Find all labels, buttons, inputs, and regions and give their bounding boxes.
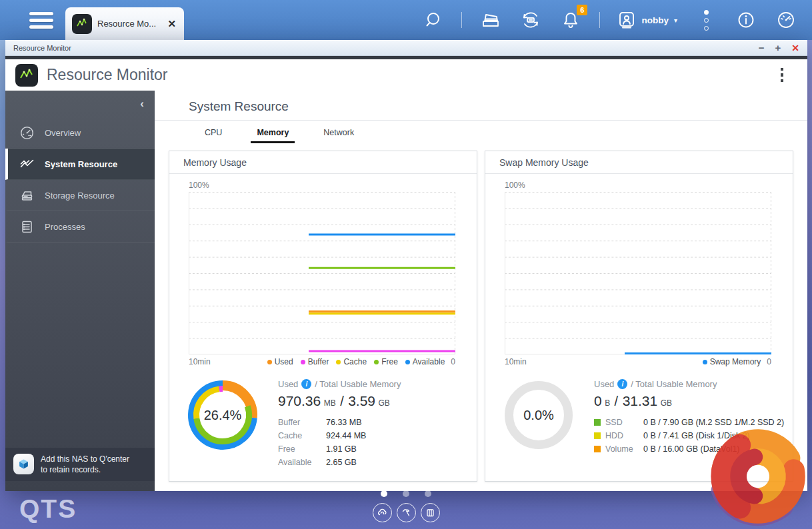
x-axis-left-label: 10min <box>189 357 211 366</box>
notification-count-badge: 6 <box>577 5 587 15</box>
guide-shortcut[interactable] <box>421 503 440 522</box>
desktop: Resource Mo... ✕ 6 nobby ▾ <box>0 0 812 529</box>
legend-item-cache[interactable]: Cache <box>336 357 367 366</box>
memory-history-chart <box>189 192 455 354</box>
tab-close-icon[interactable]: ✕ <box>166 17 177 31</box>
memory-usage-value: 970.36 MB / 3.59 GB <box>278 393 461 409</box>
x-axis-right-label: 0 <box>451 357 455 366</box>
taskbar: Resource Mo... ✕ 6 nobby ▾ <box>0 0 812 40</box>
user-avatar-icon <box>617 11 636 29</box>
desktop-page-dot-2[interactable] <box>403 490 409 497</box>
sidebar-collapse-button[interactable]: ‹ <box>5 91 155 117</box>
minimize-button[interactable]: − <box>759 43 765 53</box>
x-axis-left-label: 10min <box>505 357 527 366</box>
process-list-icon <box>19 219 35 235</box>
taskbar-tab-resource-monitor[interactable]: Resource Mo... ✕ <box>65 7 184 40</box>
memory-usage-card: Memory Usage 100% 10min Used <box>169 151 477 482</box>
user-menu[interactable]: nobby ▾ <box>617 11 677 29</box>
main-content: System Resource CPU Memory Network Memor… <box>155 91 807 491</box>
window-titlebar[interactable]: Resource Monitor − + ✕ <box>5 40 807 56</box>
swap-usage-donut: 0.0% <box>501 378 576 452</box>
x-axis-right-label: 0 <box>767 357 771 366</box>
y-axis-top-label: 100% <box>505 181 771 190</box>
gauge-icon <box>19 125 35 141</box>
resource-monitor-app-icon <box>15 64 38 87</box>
sidebar-item-label: Processes <box>45 222 85 232</box>
app-header: Resource Monitor <box>5 59 807 91</box>
resource-monitor-app-icon <box>72 14 92 34</box>
tab-cpu[interactable]: CPU <box>199 125 228 143</box>
usage-caption: Used i / Total Usable Memory <box>594 379 777 389</box>
background-tasks-icon[interactable] <box>479 9 502 31</box>
memory-usage-donut: 26.4% <box>185 378 260 452</box>
sidebar-item-system-resource[interactable]: System Resource <box>5 149 155 180</box>
notifications-bell-icon[interactable]: 6 <box>559 9 582 31</box>
tab-memory[interactable]: Memory <box>251 125 295 143</box>
resource-tabs: CPU Memory Network <box>199 121 807 143</box>
book-icon <box>425 507 436 518</box>
cloud-icon <box>377 507 388 518</box>
close-button[interactable]: ✕ <box>791 43 799 53</box>
legend-item-free[interactable]: Free <box>374 357 398 366</box>
usage-caption: Used i / Total Usable Memory <box>278 379 461 389</box>
memory-chart-legend: Used Buffer Cache Free Available <box>267 357 445 366</box>
dashboard-gauge-icon[interactable] <box>775 9 797 31</box>
maximize-button[interactable]: + <box>775 43 781 53</box>
desktop-page-dot-1[interactable] <box>381 490 387 497</box>
more-options-kebab-icon[interactable] <box>695 9 717 31</box>
sidebar-item-processes[interactable]: Processes <box>5 211 155 243</box>
qcenter-cube-icon <box>13 454 34 474</box>
myqnapcloud-shortcut[interactable] <box>373 503 392 522</box>
sidebar-item-label: Overview <box>45 128 81 138</box>
app-menu-kebab-icon[interactable] <box>778 65 787 85</box>
desktop-pager <box>0 490 812 522</box>
qcenter-text: Add this NAS to Q'centerto retain record… <box>41 454 129 475</box>
swap-chart-legend: Swap Memory <box>703 357 761 366</box>
swap-stat-ssd: SSD0 B / 7.90 GB (M.2 SSD 1/M.2 SSD 2) <box>594 418 777 427</box>
desktop-page-dot-3[interactable] <box>425 490 431 497</box>
hammer-icon <box>401 507 412 518</box>
sidebar-item-label: Storage Resource <box>45 191 115 201</box>
swap-usage-value: 0 B / 31.31 GB <box>594 393 777 409</box>
info-icon[interactable] <box>735 9 757 31</box>
swap-memory-usage-card: Swap Memory Usage 100% 10min Swap Memory <box>485 151 793 482</box>
legend-item-available[interactable]: Available <box>405 357 445 366</box>
tab-network[interactable]: Network <box>317 125 360 143</box>
page-title: System Resource <box>189 99 807 114</box>
swap-stats-table: SSD0 B / 7.90 GB (M.2 SSD 1/M.2 SSD 2) H… <box>594 418 777 454</box>
swap-usage-percent: 0.0% <box>501 378 576 452</box>
chevron-left-icon: ‹ <box>140 97 144 111</box>
y-axis-top-label: 100% <box>189 181 455 190</box>
memory-usage-percent: 26.4% <box>185 378 260 452</box>
legend-item-swap-memory[interactable]: Swap Memory <box>703 357 761 366</box>
main-menu-button[interactable] <box>29 12 53 29</box>
sync-backup-icon[interactable] <box>519 9 542 31</box>
sidebar-item-label: System Resource <box>45 159 117 169</box>
line-chart-icon <box>19 157 35 172</box>
taskbar-divider <box>461 12 462 28</box>
utilities-shortcut[interactable] <box>397 503 416 522</box>
sidebar: ‹ Overview System Resource Storage Resou… <box>5 91 155 491</box>
sidebar-item-storage-resource[interactable]: Storage Resource <box>5 180 155 211</box>
storage-disk-icon <box>19 188 35 203</box>
sidebar-item-overview[interactable]: Overview <box>5 117 155 149</box>
swap-stat-volume: 0 B / 16.00 GB (DataVol1)Volume0 B / 16.… <box>594 444 777 454</box>
qcenter-notice[interactable]: Add this NAS to Q'centerto retain record… <box>5 448 155 481</box>
card-title: Memory Usage <box>183 157 247 168</box>
taskbar-divider <box>599 12 600 28</box>
hamburger-icon <box>29 12 53 15</box>
info-icon[interactable]: i <box>301 379 311 389</box>
swap-stat-hdd: HDD0 B / 7.41 GB (Disk 1/Disk 2) <box>594 431 777 440</box>
memory-stats-table: Buffer76.33 MB Cache924.44 MB Free1.91 G… <box>278 418 461 467</box>
info-icon[interactable]: i <box>617 379 627 389</box>
taskbar-right: 6 nobby ▾ <box>421 9 812 31</box>
legend-item-used[interactable]: Used <box>267 357 293 366</box>
legend-item-buffer[interactable]: Buffer <box>301 357 329 366</box>
card-title: Swap Memory Usage <box>499 157 589 168</box>
caret-down-icon: ▾ <box>674 17 677 24</box>
window-title: Resource Monitor <box>5 44 71 52</box>
search-icon[interactable] <box>421 9 444 31</box>
username-label: nobby <box>641 15 669 25</box>
app-title: Resource Monitor <box>47 66 168 84</box>
swap-history-chart <box>505 192 771 354</box>
